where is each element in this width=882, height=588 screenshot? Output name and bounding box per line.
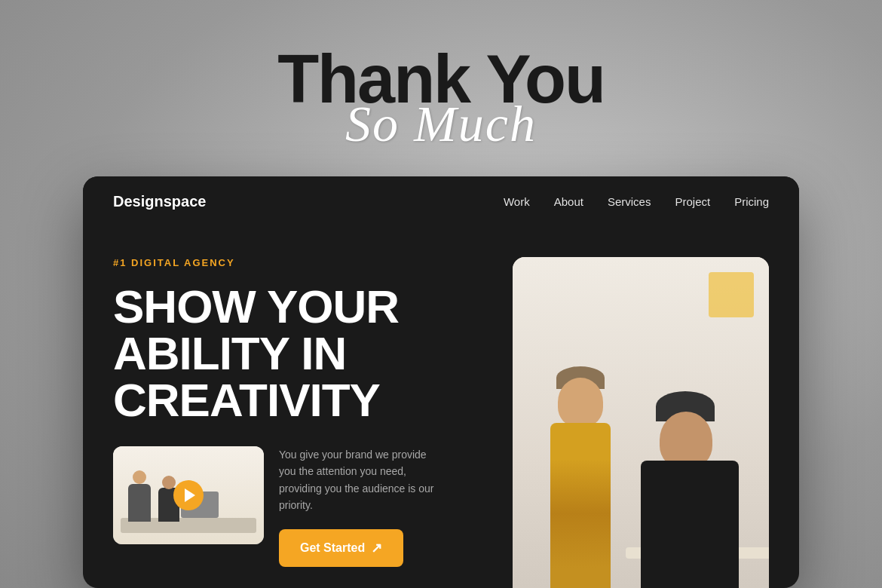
video-thumbnail[interactable] xyxy=(113,446,264,544)
headline-line1: SHOW YOUR xyxy=(113,280,399,332)
nav-link-work[interactable]: Work xyxy=(504,195,530,208)
description-cta: You give your brand we provide you the a… xyxy=(279,446,445,567)
hero-description: You give your brand we provide you the a… xyxy=(279,446,445,514)
agency-tag: #1 Digital Agency xyxy=(113,257,490,268)
headline-line3: CREATIVITY xyxy=(113,374,380,426)
nav-link-about[interactable]: About xyxy=(554,195,583,208)
hero-headline: SHOW YOUR ABILITY IN CREATIVITY xyxy=(113,283,490,424)
person-sitting xyxy=(641,393,761,588)
person-sit-body xyxy=(641,461,739,588)
nav-item-about[interactable]: About xyxy=(554,195,583,209)
image-scene xyxy=(513,257,769,588)
thank-you-section: Thank You So Much xyxy=(277,45,605,149)
nav-links: Work About Services Project Pricing xyxy=(504,195,769,209)
headline-line2: ABILITY IN xyxy=(113,327,346,379)
website-card: Designspace Work About Services Project … xyxy=(83,176,799,588)
hero-bottom-row: You give your brand we provide you the a… xyxy=(113,446,490,567)
outer-wrapper: Thank You So Much Designspace Work About… xyxy=(0,0,882,588)
nav-logo[interactable]: Designspace xyxy=(113,193,206,210)
person-standing xyxy=(535,348,626,588)
play-button[interactable] xyxy=(173,480,204,510)
nav-item-pricing[interactable]: Pricing xyxy=(734,195,769,209)
nav-item-work[interactable]: Work xyxy=(504,195,530,209)
office-detail-chair xyxy=(709,272,754,317)
nav-link-services[interactable]: Services xyxy=(608,195,651,208)
nav-link-project[interactable]: Project xyxy=(675,195,710,208)
person-stand-head xyxy=(558,378,603,427)
person-stand-body xyxy=(550,423,611,588)
hero-section: #1 Digital Agency SHOW YOUR ABILITY IN C… xyxy=(83,227,799,588)
person-sit-head xyxy=(660,412,712,468)
hero-right xyxy=(513,257,769,588)
navbar: Designspace Work About Services Project … xyxy=(83,176,799,227)
video-person1 xyxy=(128,484,151,522)
hero-image xyxy=(513,257,769,588)
nav-link-pricing[interactable]: Pricing xyxy=(734,195,769,208)
hero-left: #1 Digital Agency SHOW YOUR ABILITY IN C… xyxy=(113,257,513,588)
get-started-button[interactable]: Get Started xyxy=(279,529,403,567)
nav-item-services[interactable]: Services xyxy=(608,195,651,209)
nav-item-project[interactable]: Project xyxy=(675,195,710,209)
